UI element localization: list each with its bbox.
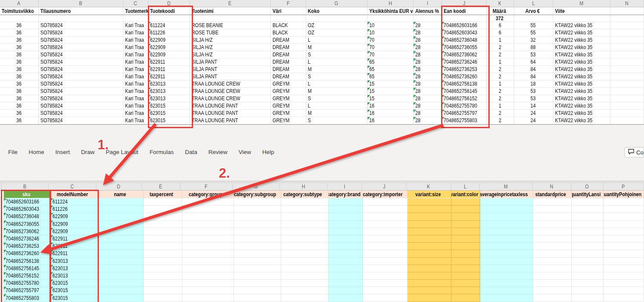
data-cell[interactable]: 7048652736246 [4,235,51,243]
data-cell[interactable] [451,294,480,302]
data-cell[interactable] [533,294,572,302]
data-cell[interactable] [328,213,363,220]
column-letter[interactable]: C [49,183,96,191]
column-header-cell[interactable]: modelNumber [51,191,98,198]
data-cell[interactable] [451,243,480,250]
data-cell[interactable] [328,235,363,243]
data-cell[interactable]: Kari Traa [123,44,148,51]
data-cell[interactable]: Kari Traa [123,95,148,102]
data-cell[interactable] [408,294,452,302]
data-cell[interactable]: 36 [0,110,39,117]
data-cell[interactable]: 622909 [148,37,190,44]
data-cell[interactable] [408,272,452,280]
data-cell[interactable] [408,235,452,243]
data-cell[interactable] [572,287,604,294]
column-header-cell[interactable] [610,7,644,15]
data-cell[interactable]: 2 [487,110,514,117]
data-cell[interactable]: L [306,102,368,110]
data-cell[interactable] [281,272,329,280]
data-cell[interactable] [604,206,644,213]
data-cell[interactable]: 70 [368,51,414,59]
data-cell[interactable] [451,213,480,220]
data-cell[interactable] [0,272,4,280]
data-cell[interactable] [182,198,234,206]
data-cell[interactable]: KTAW22 viikko 35 [553,110,610,117]
data-cell[interactable]: SO785824 [39,80,123,88]
column-header-cell[interactable]: name [98,191,144,198]
data-cell[interactable]: 16 [368,102,414,110]
data-cell[interactable]: 36 [0,80,39,88]
data-cell[interactable] [604,250,644,257]
data-cell[interactable] [533,250,572,257]
data-cell[interactable] [234,265,281,272]
data-cell[interactable] [144,272,182,280]
data-cell[interactable] [480,272,533,280]
data-cell[interactable] [234,206,281,213]
data-cell[interactable]: 7048652736055 [442,44,487,51]
data-cell[interactable] [281,213,329,220]
data-cell[interactable] [363,250,408,257]
empty-cell[interactable] [306,15,368,22]
data-cell[interactable]: 24 [514,110,553,117]
data-cell[interactable] [533,265,572,272]
data-cell[interactable] [281,243,329,250]
data-cell[interactable] [144,265,182,272]
data-cell[interactable] [408,213,452,220]
data-cell[interactable]: 7048652736260 [442,73,487,80]
data-cell[interactable] [182,258,234,265]
column-header-cell[interactable]: category:group [182,191,234,198]
data-cell[interactable]: 622911 [148,66,190,73]
empty-cell[interactable] [368,15,414,22]
data-cell[interactable]: 53 [514,95,553,102]
data-cell[interactable] [610,66,644,73]
data-cell[interactable] [604,198,644,206]
data-cell[interactable] [610,29,644,37]
data-cell[interactable]: GREYM [271,110,306,117]
data-cell[interactable]: 28 [414,117,442,124]
data-cell[interactable]: 622911 [148,59,190,66]
data-cell[interactable]: Kari Traa [123,80,148,88]
data-cell[interactable]: 622909 [51,213,98,220]
data-cell[interactable] [451,198,480,206]
data-cell[interactable]: 611224 [51,198,98,206]
column-letter[interactable]: M [553,0,610,7]
data-cell[interactable]: SILJA H/Z [190,44,271,51]
data-cell[interactable]: TRAA LOUNGE PANT [190,110,271,117]
data-cell[interactable] [281,235,329,243]
data-cell[interactable]: S [306,73,368,80]
data-cell[interactable] [144,280,182,287]
data-cell[interactable] [234,213,281,220]
data-cell[interactable] [610,22,644,29]
data-cell[interactable] [0,235,4,243]
data-cell[interactable] [328,198,363,206]
data-cell[interactable]: 622909 [148,44,190,51]
data-cell[interactable] [328,272,363,280]
data-cell[interactable]: 623015 [148,102,190,110]
column-letter[interactable]: G [306,0,368,7]
data-cell[interactable] [610,59,644,66]
data-cell[interactable]: 1 [487,37,514,44]
data-cell[interactable]: 7048652755780 [4,280,51,287]
data-cell[interactable]: SILJA H/Z [190,37,271,44]
data-cell[interactable] [182,235,234,243]
data-cell[interactable]: 2 [487,95,514,102]
data-cell[interactable] [281,198,329,206]
data-cell[interactable]: GREYM [271,95,306,102]
data-cell[interactable]: DREAM [271,59,306,66]
data-cell[interactable] [234,294,281,302]
data-cell[interactable] [281,294,329,302]
data-cell[interactable]: 36 [0,29,39,37]
data-cell[interactable]: SO785824 [39,37,123,44]
data-cell[interactable]: DREAM [271,44,306,51]
data-cell[interactable] [604,235,644,243]
data-cell[interactable] [98,228,144,235]
data-cell[interactable] [0,221,4,228]
menu-tab-home[interactable]: Home [23,149,50,155]
column-letter[interactable]: D [148,0,190,7]
data-cell[interactable]: 622911 [51,243,98,250]
data-cell[interactable]: 611224 [148,22,190,29]
empty-cell[interactable] [148,15,190,22]
data-cell[interactable]: 84 [514,66,553,73]
data-cell[interactable] [604,280,644,287]
data-cell[interactable] [480,221,533,228]
